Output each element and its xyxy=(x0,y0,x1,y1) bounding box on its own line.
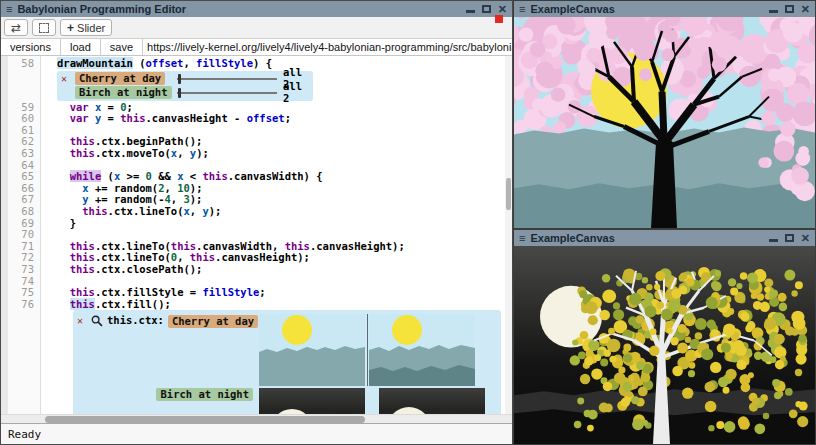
minimize-icon[interactable] xyxy=(466,10,475,13)
slider-handle[interactable] xyxy=(178,88,181,98)
example-canvas-window-day: ≡ ExampleCanvas ✕ xyxy=(513,0,816,229)
status-text: Ready xyxy=(8,428,41,441)
canvas-column: ≡ ExampleCanvas ✕ xyxy=(513,0,816,445)
menu-icon[interactable]: ≡ xyxy=(6,1,12,17)
code-line[interactable]: 58drawMountain (offset, fillStyle) { xyxy=(1,58,512,70)
example-slider-cherry[interactable] xyxy=(177,74,277,84)
close-icon[interactable]: ✕ xyxy=(498,3,507,15)
birch-night-canvas xyxy=(514,246,815,444)
canvas2-titlebar[interactable]: ≡ ExampleCanvas ✕ xyxy=(514,230,815,246)
probe-canvas-night-2 xyxy=(379,388,485,414)
horizontal-scrollbar[interactable] xyxy=(1,414,512,423)
code-line[interactable]: 73 this.ctx.closePath(); xyxy=(1,264,512,276)
menu-icon[interactable]: ≡ xyxy=(519,1,525,17)
swap-button[interactable]: ⇄ xyxy=(4,19,28,36)
example-row-birch: Birch at night all 2 xyxy=(61,86,309,100)
editor-navrow: versions load save https://lively-kernel… xyxy=(1,39,512,56)
editor-toolbar: ⇄ + Slider xyxy=(1,17,512,39)
maximize-icon[interactable] xyxy=(785,234,794,242)
probe-canvas-day-2 xyxy=(369,314,475,386)
horizontal-scrollbar-thumb[interactable] xyxy=(45,416,365,423)
examples-widget: ✕ Cherry at day all 2 Birch at night all… xyxy=(57,71,313,101)
example-value-birch: all 2 xyxy=(283,81,309,104)
code-line[interactable]: 68 this.ctx.lineTo(x, y); xyxy=(1,206,512,218)
menu-icon[interactable]: ≡ xyxy=(519,230,525,246)
probe-tab-birch[interactable]: Birch at night xyxy=(156,388,253,401)
plus-icon: + xyxy=(67,21,74,35)
probe-tab-cherry[interactable]: Cherry at day xyxy=(168,315,258,328)
canvas2-title: ExampleCanvas xyxy=(530,232,614,244)
update-indicator xyxy=(495,15,503,23)
add-slider-label: Slider xyxy=(77,22,105,34)
load-button[interactable]: load xyxy=(61,39,101,55)
selection-button[interactable] xyxy=(32,19,56,36)
example-chip-birch[interactable]: Birch at night xyxy=(75,86,172,99)
code-line[interactable]: 69 } xyxy=(1,218,512,230)
probe-day-row: ✕ this.ctx: Cherry at day xyxy=(77,314,501,386)
close-icon[interactable]: ✕ xyxy=(801,3,810,15)
close-icon[interactable]: ✕ xyxy=(801,232,810,244)
slider-handle[interactable] xyxy=(178,74,181,84)
probe-expression: this.ctx: xyxy=(107,315,164,327)
probe-widget: ✕ this.ctx: Cherry at day xyxy=(73,310,501,414)
magnifier-icon xyxy=(91,315,103,327)
example-row-cherry: ✕ Cherry at day all 2 xyxy=(61,72,309,86)
editor-title: Babylonian Programming Editor xyxy=(17,3,186,15)
code-line[interactable]: 60 var y = this.canvasHeight - offset; xyxy=(1,113,512,125)
maximize-icon[interactable] xyxy=(785,5,794,13)
canvas1-title: ExampleCanvas xyxy=(530,3,614,15)
swap-arrows-icon: ⇄ xyxy=(11,23,21,33)
probe-night-row: Birch at night xyxy=(77,388,501,414)
vertical-scrollbar[interactable] xyxy=(505,56,512,414)
status-bar: Ready xyxy=(1,423,512,444)
add-slider-button[interactable]: + Slider xyxy=(60,19,112,36)
code-editor[interactable]: 58drawMountain (offset, fillStyle) { ✕ C… xyxy=(1,56,512,414)
maximize-icon[interactable] xyxy=(482,5,491,13)
selection-icon xyxy=(39,23,49,33)
canvas1-titlebar[interactable]: ≡ ExampleCanvas ✕ xyxy=(514,1,815,17)
remove-probe-icon[interactable]: ✕ xyxy=(77,314,87,328)
code-line[interactable]: 76 this.ctx.fill(); xyxy=(1,299,512,311)
save-button[interactable]: save xyxy=(101,39,143,55)
minimize-icon[interactable] xyxy=(769,239,778,242)
probe-canvas-night-1 xyxy=(259,388,365,414)
vertical-scrollbar-thumb[interactable] xyxy=(506,178,511,210)
file-url[interactable]: https://lively-kernel.org/lively4/lively… xyxy=(143,39,512,55)
editor-titlebar[interactable]: ≡ Babylonian Programming Editor ✕ xyxy=(1,1,512,17)
remove-examples-icon[interactable]: ✕ xyxy=(61,72,71,86)
example-chip-cherry[interactable]: Cherry at day xyxy=(75,72,165,85)
babylonian-editor-window: ≡ Babylonian Programming Editor ✕ ⇄ + Sl… xyxy=(0,0,513,445)
example-canvas-window-night: ≡ ExampleCanvas ✕ xyxy=(513,229,816,445)
code-line[interactable]: 75 this.ctx.fillStyle = fillStyle; xyxy=(1,287,512,299)
cherry-day-canvas xyxy=(514,17,815,228)
versions-button[interactable]: versions xyxy=(1,39,61,55)
code-line[interactable]: 63 this.ctx.moveTo(x, y); xyxy=(1,148,512,160)
minimize-icon[interactable] xyxy=(769,10,778,13)
probe-canvas-day-1 xyxy=(259,314,365,386)
example-slider-birch[interactable] xyxy=(177,88,277,98)
